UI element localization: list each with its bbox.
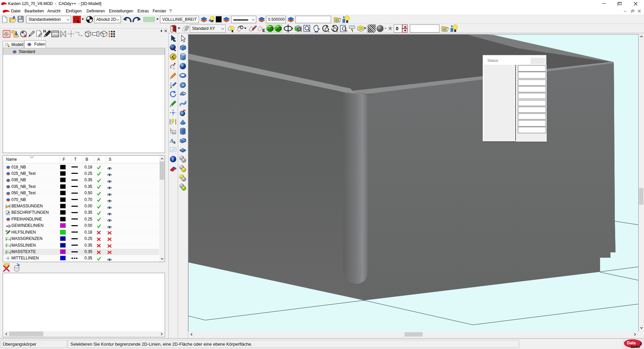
svg-text:E: E	[262, 28, 265, 33]
svg-text:H: H	[6, 230, 7, 232]
svg-text:H: H	[43, 29, 46, 33]
svg-text:A: A	[173, 131, 175, 134]
svg-text:10: 10	[6, 243, 8, 245]
svg-text:i: i	[172, 157, 174, 162]
svg-text:2D: 2D	[268, 27, 273, 31]
svg-text:10: 10	[6, 237, 8, 239]
svg-text:10: 10	[6, 250, 8, 252]
svg-text:b: b	[173, 141, 175, 144]
svg-text:3D: 3D	[276, 27, 281, 31]
svg-text:A: A	[169, 138, 173, 144]
svg-text:Solid: Solid	[631, 345, 640, 349]
